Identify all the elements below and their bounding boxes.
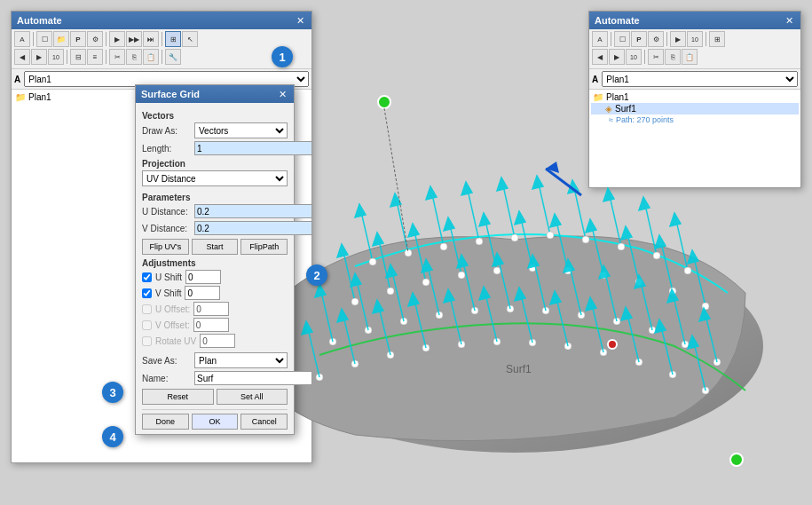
dialog-body: Vectors Draw As: Vectors Length: Project… [136,103,294,434]
vectors-section-label: Vectors [142,111,288,121]
svg-point-57 [493,267,501,274]
svg-point-85 [635,359,643,366]
v-shift-input[interactable] [185,286,220,300]
flip-uvs-button[interactable]: Flip UV's [142,239,189,255]
left-close-button[interactable]: ✕ [295,15,306,27]
r-tb-gear-icon[interactable]: ⚙ [648,31,664,47]
svg-marker-36 [586,219,596,233]
v-shift-checkbox[interactable] [142,288,152,298]
v-offset-checkbox[interactable] [142,320,152,330]
r-tb-paste2-icon[interactable]: 📋 [682,49,698,65]
reset-setall-row: Reset Set All [142,389,288,405]
name-input[interactable] [194,371,312,385]
tb-open-icon[interactable]: 📁 [53,31,69,47]
svg-marker-2 [355,204,366,217]
r-tb-a-icon[interactable]: A [592,31,608,47]
right-folder-icon: 📁 [593,92,603,102]
r-tb-10b-icon[interactable]: 10 [626,49,642,65]
svg-point-79 [422,344,430,351]
reset-button[interactable]: Reset [142,389,214,405]
r-tb-10-icon[interactable]: 10 [687,31,703,47]
tb-back-icon[interactable]: ◀ [14,49,30,65]
u-offset-checkbox[interactable] [142,304,152,314]
r-tb-scissors2-icon[interactable]: ✂ [648,49,664,65]
set-all-button[interactable]: Set All [217,389,288,405]
ok-button[interactable]: OK [192,414,239,430]
tb-a-icon[interactable]: A [14,31,30,47]
right-tree-item[interactable]: ◈ Surf1 [591,103,799,114]
length-label: Length: [142,144,191,154]
rotate-uv-input[interactable] [200,334,235,348]
right-tree-path[interactable]: ≈ Path: 270 points [591,114,799,125]
u-distance-input[interactable] [194,204,312,218]
tb-p-icon[interactable]: P [70,31,86,47]
svg-point-83 [564,343,572,350]
u-shift-checkbox[interactable] [142,272,152,282]
dialog-close-button[interactable]: ✕ [277,89,288,100]
surface-grid-dialog: Surface Grid ✕ Vectors Draw As: Vectors … [135,84,295,435]
svg-point-61 [635,279,643,286]
tb-grid-icon[interactable]: ⊞ [165,31,181,47]
tb-play-icon[interactable]: ▶ [109,31,125,47]
length-input[interactable] [194,141,312,155]
u-offset-input[interactable] [193,302,229,316]
u-shift-row: U Shift [142,270,288,284]
tb-list-icon[interactable]: ≡ [87,49,103,65]
right-plan-row: A Plan1 [589,69,800,90]
done-button[interactable]: Done [142,414,189,430]
right-plan-dropdown[interactable]: Plan1 [602,71,798,87]
start-button[interactable]: Start [192,239,239,255]
draw-as-select[interactable]: Vectors [194,122,288,138]
rotate-uv-checkbox[interactable] [142,336,152,346]
save-as-row: Save As: Plan [142,352,288,368]
right-tree-folder[interactable]: 📁 Plan1 [591,91,799,103]
save-as-label: Save As: [142,356,191,366]
length-row: Length: [142,141,288,155]
r-tb-grid-icon[interactable]: ⊞ [709,31,725,47]
tb-cursor-icon[interactable]: ↖ [182,31,198,47]
svg-point-63 [702,303,709,310]
v-distance-input[interactable] [194,221,312,235]
r-tb-play-icon[interactable]: ▶ [670,31,686,47]
folder-icon: 📁 [15,92,26,102]
tb-copy-icon[interactable]: ⎘ [126,49,142,65]
svg-marker-121 [444,289,454,303]
r-tb-copy2-icon[interactable]: ⎘ [665,49,681,65]
svg-marker-135 [688,335,698,349]
tb-fwd-icon[interactable]: ▶ [31,49,47,65]
svg-marker-4 [390,193,401,207]
svg-line-17 [643,197,657,256]
tb-10-icon[interactable]: 10 [48,49,64,65]
svg-point-75 [713,359,721,366]
right-close-button[interactable]: ✕ [784,15,795,27]
r-tb-back2-icon[interactable]: ◀ [592,49,608,65]
svg-point-60 [600,272,607,279]
svg-line-3 [395,193,408,253]
right-path-label: Path: 270 points [616,115,674,124]
tb-new-icon[interactable]: ☐ [36,31,52,47]
projection-select[interactable]: UV Distance [142,170,288,186]
tb-wrench-icon[interactable]: 🔧 [165,49,181,65]
tb-scissors-icon[interactable]: ✂ [109,49,125,65]
tb-paste-icon[interactable]: 📋 [143,49,159,65]
r-tb-fwd2-icon[interactable]: ▶ [609,49,625,65]
svg-marker-105 [599,265,610,279]
right-surf-icon: ◈ [605,104,612,114]
r-tb-new-icon[interactable]: ☐ [614,31,630,47]
flip-path-button[interactable]: FlipPath [240,239,288,255]
svg-point-51 [653,252,660,259]
svg-point-80 [458,341,465,348]
tb-gear-icon[interactable]: ⚙ [87,31,103,47]
tb-play2-icon[interactable]: ▶▶ [126,31,142,47]
svg-marker-91 [351,273,361,287]
u-shift-input[interactable] [185,270,221,284]
tb-step-icon[interactable]: ⏭ [143,31,159,47]
v-offset-label: V Offset: [155,320,190,330]
svg-point-59 [564,267,572,274]
rotate-uv-label: Rotate UV [155,336,196,346]
r-tb-p-icon[interactable]: P [631,31,647,47]
save-as-select[interactable]: Plan [194,352,288,368]
tb-table-icon[interactable]: ⊟ [70,49,86,65]
cancel-button[interactable]: Cancel [240,414,288,430]
v-offset-input[interactable] [193,318,229,332]
